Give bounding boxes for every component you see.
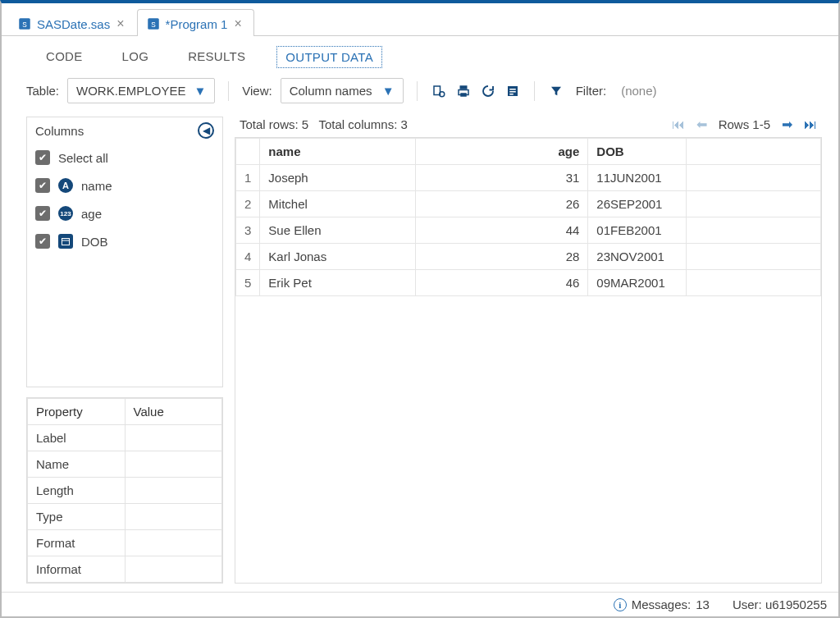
- numeric-type-icon: 123: [58, 206, 73, 221]
- property-row: Format: [28, 530, 222, 556]
- file-tab-label: *Program 1: [166, 17, 228, 31]
- query-icon[interactable]: [431, 83, 447, 99]
- file-tab-sasdate[interactable]: S SASDate.sas ×: [8, 9, 137, 36]
- column-item-age[interactable]: ✔ 123 age: [27, 199, 222, 227]
- file-tabs-bar: S SASDate.sas × S *Program 1 ×: [2, 3, 838, 36]
- cell-age: 44: [416, 217, 588, 244]
- svg-rect-12: [509, 94, 514, 95]
- refresh-icon[interactable]: [480, 83, 496, 99]
- filter-label: Filter:: [576, 84, 607, 98]
- close-icon[interactable]: ×: [232, 16, 243, 31]
- first-page-icon[interactable]: ⏮: [672, 117, 685, 132]
- next-page-icon[interactable]: ➡: [782, 117, 792, 132]
- cell-age: 31: [416, 165, 588, 191]
- properties-panel: Property Value Label Name Length Type Fo…: [26, 397, 223, 584]
- tab-log[interactable]: LOG: [114, 46, 158, 68]
- view-value: Column names: [290, 84, 372, 98]
- caret-down-icon: ▼: [382, 84, 395, 98]
- column-label: name: [81, 179, 112, 193]
- cell-spacer: [687, 244, 821, 270]
- column-item-name[interactable]: ✔ A name: [27, 172, 222, 199]
- table-row[interactable]: 5Erik Pet4609MAR2001: [236, 270, 821, 296]
- print-icon[interactable]: [455, 83, 472, 99]
- property-row: Type: [28, 504, 222, 530]
- select-all-row[interactable]: ✔ Select all: [27, 144, 222, 172]
- svg-rect-11: [509, 91, 516, 93]
- cell-dob: 01FEB2001: [588, 217, 687, 244]
- data-table-container[interactable]: name age DOB 1Joseph3111JUN20012Mitchel2…: [235, 137, 822, 584]
- subtabs: CODE LOG RESULTS OUTPUT DATA: [2, 36, 838, 75]
- col-header-dob[interactable]: DOB: [588, 139, 687, 165]
- rownum-cell: 3: [236, 217, 260, 244]
- data-grid: name age DOB 1Joseph3111JUN20012Mitchel2…: [235, 138, 821, 296]
- property-row: Informat: [28, 556, 222, 583]
- rownum-cell: 1: [236, 165, 260, 191]
- file-tab-label: SASDate.sas: [37, 17, 110, 31]
- prev-page-icon[interactable]: ⬅: [696, 117, 707, 132]
- filter-icon[interactable]: [548, 83, 564, 99]
- separator: [417, 81, 418, 101]
- left-column: Columns ◀ ✔ Select all ✔ A name ✔ 123 ag…: [26, 117, 223, 584]
- table-row[interactable]: 2Mitchel2626SEP2001: [236, 191, 821, 217]
- cell-age: 46: [416, 270, 588, 296]
- collapse-icon[interactable]: ◀: [198, 122, 214, 139]
- col-header-name[interactable]: name: [260, 139, 416, 165]
- content-area: Columns ◀ ✔ Select all ✔ A name ✔ 123 ag…: [2, 117, 838, 592]
- prop-header-value: Value: [125, 399, 222, 425]
- separator: [534, 81, 535, 101]
- col-header-age[interactable]: age: [416, 139, 588, 165]
- tab-output-data[interactable]: OUTPUT DATA: [276, 46, 382, 68]
- separator: [228, 81, 229, 101]
- tab-results[interactable]: RESULTS: [180, 46, 253, 68]
- last-page-icon[interactable]: ⏭: [804, 117, 817, 132]
- user-value: u61950255: [765, 597, 827, 611]
- column-item-dob[interactable]: ✔ DOB: [27, 227, 222, 255]
- filter-value: (none): [621, 84, 656, 98]
- data-area: Total rows: 5 Total columns: 3 ⏮ ⬅ Rows …: [235, 117, 822, 584]
- sas-file-icon: S: [17, 16, 32, 31]
- char-type-icon: A: [58, 178, 73, 193]
- cell-spacer: [687, 217, 821, 244]
- col-header-spacer: [687, 139, 821, 165]
- info-icon[interactable]: i: [614, 598, 627, 611]
- property-row: Length: [28, 478, 222, 504]
- cell-spacer: [687, 270, 821, 296]
- view-dropdown[interactable]: Column names ▼: [281, 78, 404, 103]
- checkbox-icon[interactable]: ✔: [35, 206, 50, 221]
- table-dropdown[interactable]: WORK.EMPLOYEE ▼: [67, 78, 215, 103]
- properties-icon[interactable]: [504, 83, 521, 99]
- user-label: User:: [733, 597, 762, 611]
- rownum-header: [236, 139, 260, 165]
- cell-spacer: [687, 191, 821, 217]
- checkbox-icon[interactable]: ✔: [35, 178, 50, 193]
- table-row[interactable]: 4Karl Jonas2823NOV2001: [236, 244, 821, 270]
- cell-dob: 23NOV2001: [588, 244, 687, 270]
- column-label: age: [81, 207, 102, 221]
- svg-rect-6: [459, 85, 467, 89]
- tab-code[interactable]: CODE: [38, 46, 91, 68]
- rownum-cell: 2: [236, 191, 260, 217]
- select-all-label: Select all: [58, 151, 108, 165]
- columns-panel: Columns ◀ ✔ Select all ✔ A name ✔ 123 ag…: [26, 117, 223, 387]
- cell-name: Mitchel: [260, 191, 416, 217]
- cell-name: Joseph: [260, 165, 416, 191]
- file-tab-program1[interactable]: S *Program 1 ×: [137, 9, 254, 36]
- pager: ⏮ ⬅ Rows 1-5 ➡ ⏭: [672, 117, 817, 132]
- rownum-cell: 4: [236, 244, 260, 270]
- table-row[interactable]: 1Joseph3111JUN2001: [236, 165, 821, 191]
- checkbox-icon[interactable]: ✔: [35, 150, 50, 165]
- messages-label: Messages:: [632, 597, 692, 611]
- table-value: WORK.EMPLOYEE: [76, 84, 185, 98]
- sas-file-icon: S: [146, 16, 161, 31]
- svg-rect-10: [509, 89, 516, 90]
- table-row[interactable]: 3Sue Ellen4401FEB2001: [236, 217, 821, 244]
- svg-text:S: S: [22, 21, 27, 29]
- checkbox-icon[interactable]: ✔: [35, 234, 50, 249]
- close-icon[interactable]: ×: [115, 16, 126, 31]
- svg-text:S: S: [151, 21, 156, 29]
- prop-header-property: Property: [28, 399, 126, 425]
- svg-rect-8: [460, 93, 467, 97]
- svg-rect-13: [62, 239, 70, 245]
- cell-name: Erik Pet: [260, 270, 416, 296]
- cell-name: Karl Jonas: [260, 244, 416, 270]
